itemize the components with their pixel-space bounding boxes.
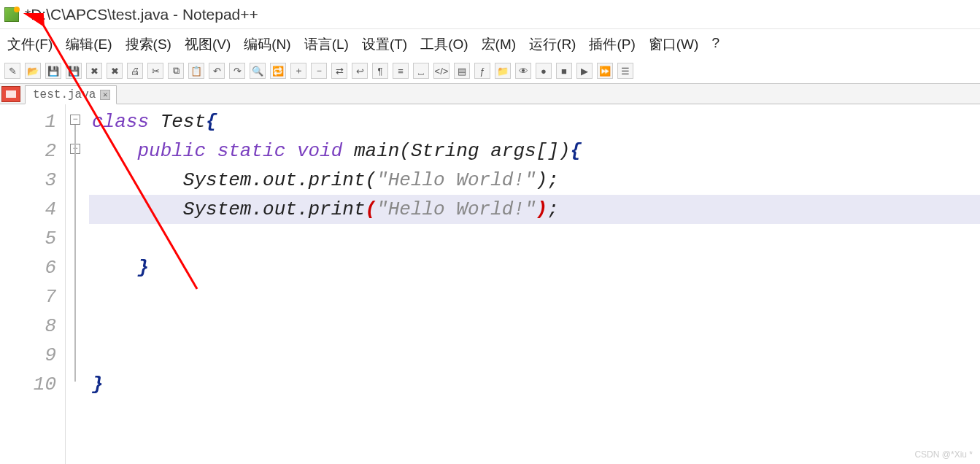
toolbar: ✎📂💾💾✖✖🖨✂⧉📋↶↷🔍🔁＋－⇄↩¶≡⎵</>▤ƒ📁👁●■▶⏩☰ <box>0 60 980 84</box>
tab-close-icon[interactable]: ✕ <box>100 90 110 100</box>
app-icon <box>4 7 19 22</box>
find-icon[interactable]: 🔍 <box>250 63 266 79</box>
line-number: 7 <box>0 282 56 312</box>
line-number: 4 <box>0 195 56 224</box>
line-number: 5 <box>0 224 56 253</box>
folder-icon[interactable]: 📁 <box>495 63 511 79</box>
code-line[interactable]: class Test{ <box>89 107 980 136</box>
menu-item-2[interactable]: 搜索(S) <box>123 34 174 55</box>
code-line[interactable] <box>89 312 980 341</box>
menu-item-1[interactable]: 编辑(E) <box>63 34 115 55</box>
lang-icon[interactable]: </> <box>433 63 450 79</box>
fold-column[interactable]: −− <box>66 104 89 464</box>
code-area[interactable]: class Test{ public static void main(Stri… <box>89 104 980 464</box>
line-number: 2 <box>0 136 56 166</box>
redo-icon[interactable]: ↷ <box>229 63 245 79</box>
word-wrap-icon[interactable]: ↩ <box>352 63 368 79</box>
open-icon[interactable]: 📂 <box>25 63 41 79</box>
code-line[interactable]: } <box>89 370 980 399</box>
all-chars-icon[interactable]: ¶ <box>372 63 388 79</box>
line-number-gutter: 12345678910 <box>0 104 66 464</box>
copy-icon[interactable]: ⧉ <box>168 63 184 79</box>
line-number: 3 <box>0 166 56 195</box>
play-multi-icon[interactable]: ⏩ <box>597 63 613 79</box>
ws-icon[interactable]: ⎵ <box>413 63 429 79</box>
macro-list-icon[interactable]: ☰ <box>617 63 633 79</box>
file-tab[interactable]: test.java ✕ <box>25 85 117 104</box>
code-line[interactable]: } <box>89 253 980 282</box>
watermark: CSDN @*Xiu * <box>914 449 973 460</box>
new-icon[interactable]: ✎ <box>4 63 20 79</box>
replace-icon[interactable]: 🔁 <box>270 63 286 79</box>
code-line[interactable]: System.out.print("Hello World!"); <box>89 166 980 195</box>
line-number: 9 <box>0 341 56 370</box>
play-icon[interactable]: ▶ <box>576 63 593 79</box>
tabstrip: test.java ✕ <box>0 84 980 104</box>
save-all-icon[interactable]: 💾 <box>66 63 82 79</box>
zoom-out-icon[interactable]: － <box>311 63 327 79</box>
print-icon[interactable]: 🖨 <box>127 63 143 79</box>
titlebar: *D:\C\APCS\test.java - Notepad++ <box>0 0 980 29</box>
code-line[interactable]: public static void main(String args[]){ <box>89 136 980 166</box>
menu-item-6[interactable]: 设置(T) <box>359 34 410 55</box>
stop-icon[interactable]: ■ <box>556 63 572 79</box>
menu-item-5[interactable]: 语言(L) <box>301 34 352 55</box>
zoom-in-icon[interactable]: ＋ <box>290 63 306 79</box>
paste-icon[interactable]: 📋 <box>188 63 204 79</box>
line-number: 10 <box>0 370 56 399</box>
tab-label: test.java <box>33 88 96 101</box>
code-line[interactable] <box>89 341 980 370</box>
record-icon[interactable]: ● <box>536 63 552 79</box>
menu-item-12[interactable]: ? <box>709 34 722 55</box>
sync-icon[interactable]: ⇄ <box>331 63 347 79</box>
cut-icon[interactable]: ✂ <box>147 63 163 79</box>
menu-item-3[interactable]: 视图(V) <box>182 34 234 55</box>
menu-item-10[interactable]: 插件(P) <box>586 34 638 55</box>
window-title: *D:\C\APCS\test.java - Notepad++ <box>25 6 258 23</box>
menu-item-0[interactable]: 文件(F) <box>4 34 55 55</box>
menu-item-4[interactable]: 编码(N) <box>241 34 293 55</box>
menu-item-7[interactable]: 工具(O) <box>417 34 471 55</box>
code-line[interactable] <box>89 224 980 253</box>
close-icon[interactable]: ✖ <box>86 63 102 79</box>
code-line[interactable] <box>89 282 980 312</box>
line-number: 1 <box>0 107 56 136</box>
menu-item-9[interactable]: 运行(R) <box>526 34 579 55</box>
unsaved-indicator-icon <box>1 86 20 102</box>
line-number: 8 <box>0 312 56 341</box>
indent-guide-icon[interactable]: ≡ <box>393 63 409 79</box>
editor[interactable]: 12345678910 −− class Test{ public static… <box>0 104 980 464</box>
fold-toggle-icon[interactable]: − <box>70 115 80 125</box>
line-number: 6 <box>0 253 56 282</box>
menu-item-8[interactable]: 宏(M) <box>479 34 519 55</box>
menu-item-11[interactable]: 窗口(W) <box>646 34 702 55</box>
menubar: 文件(F)编辑(E)搜索(S)视图(V)编码(N)语言(L)设置(T)工具(O)… <box>0 29 980 60</box>
fold-guide <box>74 125 76 382</box>
func-list-icon[interactable]: ƒ <box>474 63 490 79</box>
undo-icon[interactable]: ↶ <box>209 63 225 79</box>
monitor-icon[interactable]: 👁 <box>515 63 531 79</box>
code-line[interactable]: System.out.print("Hello World!"); <box>89 195 980 224</box>
save-icon[interactable]: 💾 <box>45 63 61 79</box>
close-all-icon[interactable]: ✖ <box>107 63 123 79</box>
doc-map-icon[interactable]: ▤ <box>454 63 470 79</box>
